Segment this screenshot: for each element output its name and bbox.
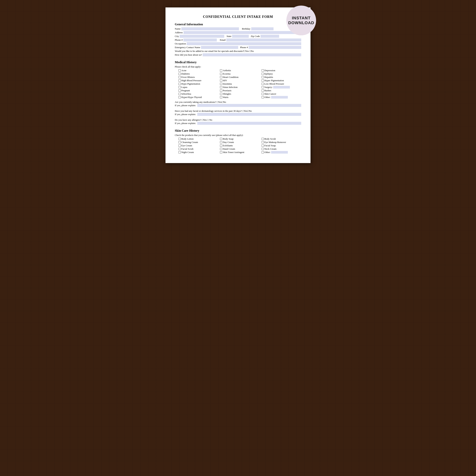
condition-seborrhea[interactable]: Seborrhea [178, 92, 218, 95]
cb-arthritis[interactable] [220, 69, 222, 72]
product-exfoliants[interactable]: Exfoliants [220, 144, 260, 147]
cb-eye-cream[interactable] [178, 144, 181, 147]
cb-hepatitis[interactable] [262, 76, 264, 78]
cb-pregnant[interactable] [178, 89, 181, 92]
cb-seborrhea[interactable] [178, 93, 181, 95]
cb-lupus[interactable] [178, 86, 181, 88]
cb-acne[interactable] [178, 69, 181, 72]
cb-shingles[interactable] [220, 93, 222, 95]
cb-cleansing-cream[interactable] [178, 141, 181, 143]
cb-insomnia[interactable] [220, 83, 222, 85]
cb-hiv[interactable] [220, 79, 222, 82]
cb-neck-cream[interactable] [262, 148, 264, 150]
condition-depression[interactable]: Depression [262, 69, 301, 72]
cb-body-lotion[interactable] [178, 138, 181, 140]
birthday-input[interactable] [251, 27, 273, 30]
phone-input[interactable] [183, 38, 217, 41]
condition-eczema[interactable]: Eczema [220, 72, 260, 75]
cb-body-soap[interactable] [220, 138, 222, 140]
condition-insomnia[interactable]: Insomnia [220, 82, 260, 85]
cb-hand-cream[interactable] [220, 148, 222, 150]
product-other[interactable]: Other: [262, 151, 301, 154]
condition-epilepsy[interactable]: Epilepsy [262, 72, 301, 75]
condition-psoriasis[interactable]: Psoriasis [220, 89, 260, 92]
condition-hypo-pigmentation[interactable]: Hypo Pigmentation [178, 82, 218, 85]
hear-about-input[interactable] [203, 53, 301, 56]
product-body-soap[interactable]: Body Soap [220, 137, 260, 140]
other-detail-input[interactable] [271, 96, 288, 99]
cb-hyper-hypo-thyroid[interactable] [178, 96, 181, 98]
product-facial-soap[interactable]: Facial Soap [262, 144, 301, 147]
product-day-cream[interactable]: Day Cream [220, 141, 260, 144]
condition-rashes[interactable]: Rashes [262, 89, 301, 92]
condition-low-blood-pressure[interactable]: Low Blood Pressure [262, 82, 301, 85]
condition-hiv[interactable]: HIV [220, 79, 260, 82]
medications-explain-input[interactable] [197, 104, 301, 107]
address-input[interactable] [184, 31, 301, 34]
cb-low-blood-pressure[interactable] [262, 83, 264, 85]
product-eye-cream[interactable]: Eye Cream [178, 144, 218, 147]
email-input[interactable] [226, 38, 301, 41]
cb-depression[interactable] [262, 69, 264, 72]
cb-day-cream[interactable] [220, 141, 222, 143]
condition-surgery[interactable]: Surgery: [262, 86, 301, 89]
cb-facial-soap[interactable] [262, 144, 264, 147]
product-skin-toner[interactable]: Skin Toner/Astringent [220, 151, 260, 154]
name-input[interactable] [181, 27, 239, 30]
product-neck-cream[interactable]: Neck Cream [262, 147, 301, 151]
product-hand-cream[interactable]: Hand Cream [220, 147, 260, 151]
condition-hyper-hypo-thyroid[interactable]: Hyper/Hypo Thyroid [178, 96, 218, 99]
condition-acne[interactable]: Acne [178, 69, 218, 72]
emergency-name-input[interactable] [201, 46, 238, 49]
condition-pregnant[interactable]: Pregnant [178, 89, 218, 92]
cb-rashes[interactable] [262, 89, 264, 92]
cb-skin-cancer[interactable] [262, 93, 264, 95]
cb-fever-blisters[interactable] [178, 76, 181, 78]
condition-hepatitis[interactable]: Hepatitis [262, 76, 301, 79]
cb-other[interactable] [262, 96, 264, 98]
product-night-cream[interactable]: Night Cream [178, 151, 218, 154]
condition-warts[interactable]: Warts [220, 96, 260, 99]
condition-shingles[interactable]: Shingles [220, 92, 260, 95]
condition-arthritis[interactable]: Arthritis [220, 69, 260, 72]
cb-surgery[interactable] [262, 86, 264, 88]
cb-warts[interactable] [220, 96, 222, 98]
emergency-phone-input[interactable] [249, 46, 301, 49]
condition-other[interactable]: Other: [262, 96, 301, 99]
product-body-scrub[interactable]: Body Scrub [262, 137, 301, 140]
cb-diabetes[interactable] [178, 73, 181, 75]
cb-skin-toner[interactable] [220, 151, 222, 153]
cb-high-blood-pressure[interactable] [178, 79, 181, 82]
cb-night-cream[interactable] [178, 151, 181, 153]
cb-epilepsy[interactable] [262, 73, 264, 75]
condition-fever-blisters[interactable]: Fever Blisters [178, 76, 218, 79]
product-eye-makeup-remover[interactable]: Eye Makeup Remover [262, 141, 301, 144]
surgery-detail-input[interactable] [273, 86, 290, 88]
product-body-lotion[interactable]: Body Lotion [178, 137, 218, 140]
condition-lupus[interactable]: Lupus [178, 86, 218, 89]
condition-sinus-infection[interactable]: Sinus Infection [220, 86, 260, 89]
occupation-input[interactable] [187, 42, 301, 45]
cb-eye-makeup-remover[interactable] [262, 141, 264, 143]
cb-hyper-pigmentation[interactable] [262, 79, 264, 82]
cb-eczema[interactable] [220, 73, 222, 75]
cb-heart-condition[interactable] [220, 76, 222, 78]
cb-skin-other[interactable] [262, 151, 264, 153]
condition-hyper-pigmentation[interactable]: Hyper Pigmentation [262, 79, 301, 82]
facial-explain-input[interactable] [197, 113, 301, 116]
skin-other-input[interactable] [271, 151, 288, 153]
city-input[interactable] [180, 35, 224, 38]
condition-high-blood-pressure[interactable]: High Blood Pressure [178, 79, 218, 82]
cb-facial-scrub[interactable] [178, 148, 181, 150]
allergies-explain-input[interactable] [197, 122, 301, 125]
cb-hypo-pigmentation[interactable] [178, 83, 181, 85]
state-input[interactable] [232, 35, 249, 38]
product-cleansing-cream[interactable]: Cleansing Cream [178, 141, 218, 144]
zip-input[interactable] [260, 35, 279, 38]
cb-sinus-infection[interactable] [220, 86, 222, 88]
condition-skin-cancer[interactable]: Skin Cancer [262, 92, 301, 95]
product-facial-scrub[interactable]: Facial Scrub [178, 147, 218, 151]
cb-psoriasis[interactable] [220, 89, 222, 92]
cb-body-scrub[interactable] [262, 138, 264, 140]
cb-exfoliants[interactable] [220, 144, 222, 147]
